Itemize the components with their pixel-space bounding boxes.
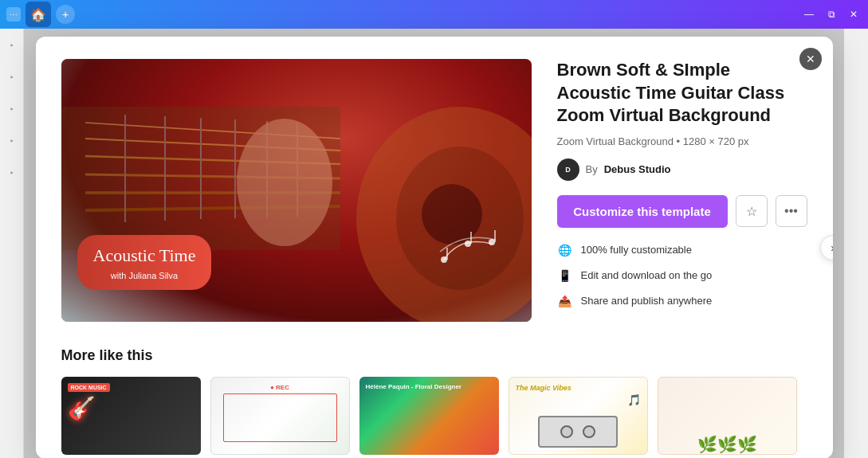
guitar-title-box: Acoustic Time with Juliana Silva [77,235,212,290]
thumbnail-5[interactable]: 🌿🌿🌿 [658,377,797,455]
home-icon: 🏠 [30,7,46,22]
feature-mobile-text: Edit and download on the go [581,269,713,281]
next-arrow-button[interactable]: › [820,235,833,260]
author-avatar: D [557,159,579,181]
feature-share-text: Share and publish anywhere [581,295,713,307]
svg-point-13 [237,119,332,246]
thumbnail-4[interactable]: The Magic Vibes 🎵 [509,377,648,455]
feature-list: 🌐 100% fully customizable 📱 Edit and dow… [557,242,807,309]
main-area: ▪ ▪ ▪ ▪ ▪ ✕ [0,29,868,458]
rec-label: ● REC [270,384,289,391]
template-info-panel: Brown Soft & SImple Acoustic Time Guitar… [557,59,807,322]
sidebar-item: ▪ [0,124,23,156]
template-meta: Zoom Virtual Background • 1280 × 720 px [557,135,807,147]
new-tab-button[interactable]: + [56,5,75,24]
magic-vibes-text: The Magic Vibes [516,384,571,392]
template-preview-image: Acoustic Time with Juliana Silva [61,59,532,322]
customize-action-row: Customize this template ☆ ••• [557,195,807,228]
restore-button[interactable]: ⧉ [823,9,839,20]
home-button[interactable]: 🏠 [26,2,51,27]
star-icon: ☆ [746,204,757,219]
globe-icon: 🌐 [557,242,573,258]
minimize-button[interactable]: — [801,9,817,20]
more-like-this-section: More like this ROCK MUSIC 🎸 ● REC [61,344,807,455]
author-avatar-initials: D [565,166,571,174]
ellipsis-icon: ••• [784,204,798,218]
sidebar-item: ▪ [0,29,23,61]
thumb-3-label: Hélène Paquin - Floral Designer [366,383,461,390]
guitar-subtitle-text: with Juliana Silva [93,271,196,280]
titlebar-dots: ⋯ [6,7,21,22]
svg-point-19 [489,239,495,245]
close-button[interactable]: ✕ [846,9,862,20]
feature-share: 📤 Share and publish anywhere [557,293,807,309]
template-title: Brown Soft & SImple Acoustic Time Guitar… [557,59,807,127]
template-image-inner: Acoustic Time with Juliana Silva [61,59,532,322]
sidebar-item: ▪ [0,61,23,92]
thumb-1-content: ROCK MUSIC 🎸 [61,377,201,455]
reel-right [583,425,595,438]
thumbnail-1[interactable]: ROCK MUSIC 🎸 [61,377,201,455]
share-icon: 📤 [557,293,573,309]
more-section-title: More like this [61,347,807,364]
mobile-icon: 📱 [557,268,573,284]
modal-overlay: ✕ [24,29,844,458]
sidebar-left: ▪ ▪ ▪ ▪ ▪ [0,29,24,458]
modal-top-section: Acoustic Time with Juliana Silva [61,59,807,322]
sidebar-item: ▪ [0,156,23,188]
plus-icon: + [62,8,69,21]
guitar-icon: 🎸 [68,395,96,421]
cassette-decoration [538,416,618,448]
feature-customizable-text: 100% fully customizable [581,244,692,256]
chevron-right-icon: › [831,241,832,254]
feature-mobile: 📱 Edit and download on the go [557,268,807,284]
rock-badge: ROCK MUSIC [68,383,110,392]
window-controls: — ⧉ ✕ [801,9,862,20]
thumbnail-3[interactable]: Hélène Paquin - Floral Designer [359,377,499,455]
template-author: D By Debus Studio [557,159,807,181]
modal-close-button[interactable]: ✕ [799,48,822,70]
leaves-decoration: 🌿🌿🌿 [658,422,796,454]
more-options-button[interactable]: ••• [776,195,807,227]
grid-icon[interactable]: ⋯ [6,7,21,22]
favorite-button[interactable]: ☆ [736,195,768,227]
feature-customizable: 🌐 100% fully customizable [557,242,807,258]
titlebar: ⋯ 🏠 + — ⧉ ✕ [0,0,868,29]
author-name: Debus Studio [604,163,671,175]
template-modal: ✕ [36,37,833,458]
right-panel [844,29,868,458]
thumbnail-2[interactable]: ● REC [210,377,350,455]
author-by-label: By [586,163,598,175]
svg-point-18 [465,241,471,247]
reel-left [560,425,573,438]
svg-point-17 [441,256,447,263]
thumbnails-row: ROCK MUSIC 🎸 ● REC Hélène Paquin - Flora… [61,377,807,455]
music-decorations: 🎵 [627,393,641,406]
guitar-title-text: Acoustic Time [93,245,196,268]
customize-button[interactable]: Customize this template [557,195,728,228]
music-notes-decoration [436,220,500,274]
sidebar-item: ▪ [0,92,23,124]
screen-border [223,393,337,442]
